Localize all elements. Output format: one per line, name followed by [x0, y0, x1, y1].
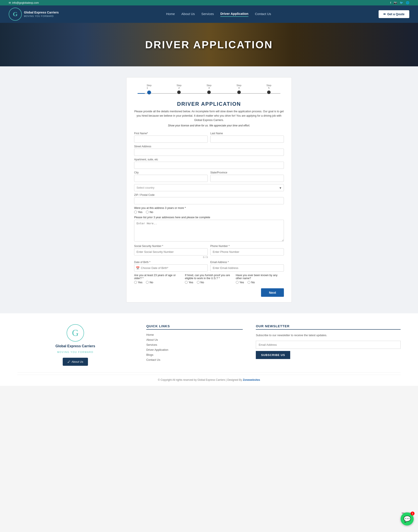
form-description: Please provide all the details mentioned… — [134, 109, 284, 122]
phone-input[interactable] — [210, 248, 284, 255]
footer-designer-link[interactable]: Zonewebsites — [243, 378, 260, 381]
dob-input[interactable] — [134, 264, 208, 272]
form-footer: Next — [134, 288, 284, 297]
dob-group: Date of Birth * 📅 — [134, 261, 208, 272]
footer-logo-circle: G — [67, 324, 84, 342]
footer-link-contact[interactable]: Contact Us — [146, 358, 243, 362]
step-4-number: 4 — [236, 87, 242, 89]
step-5-number: 5 — [267, 87, 271, 89]
top-bar-social: f 📷 🐦 🌐 — [390, 1, 409, 4]
street-label: Street Address — [134, 145, 284, 148]
newsletter-email-input[interactable] — [256, 341, 401, 349]
footer-about-button[interactable]: 🖊 About Us — [63, 358, 88, 366]
top-bar-email: ✉ info@goglobalexp.com — [9, 1, 39, 4]
age-no-radio[interactable] — [146, 281, 149, 284]
first-name-input[interactable] — [134, 136, 208, 143]
other-name-radio-group: Yes No — [236, 281, 284, 284]
get-quote-button[interactable]: ✏ Get a Qoute — [379, 10, 409, 18]
step-3-label: Step — [207, 84, 212, 87]
address-yes-label[interactable]: Yes — [134, 210, 142, 214]
street-input[interactable] — [134, 149, 284, 156]
twitter-icon[interactable]: 🐦 — [400, 1, 403, 4]
footer-logo-letter: G — [72, 328, 79, 338]
footer-about-label: About Us — [72, 360, 83, 363]
country-group: Select country United States Canada Mexi… — [134, 184, 284, 191]
phone-group: Phone Number * — [210, 245, 284, 259]
address-3yr-radio-group: Yes No — [134, 210, 284, 214]
footer-links-col: QUICK LINKS Home About Us Services Drive… — [146, 324, 243, 366]
proof-question-col: If hired, can you furnish proof you are … — [185, 274, 233, 284]
state-input[interactable] — [210, 175, 284, 182]
footer-company-name: Global Express Carriers — [17, 344, 133, 348]
country-select[interactable]: Select country United States Canada Mexi… — [134, 184, 284, 191]
age-yes-label[interactable]: Yes — [134, 281, 142, 284]
logo-circle: G — [9, 8, 22, 21]
dob-label: Date of Birth * — [134, 261, 208, 264]
nav-services[interactable]: Services — [201, 12, 214, 17]
proof-no-label[interactable]: No — [197, 281, 204, 284]
other-name-no-label[interactable]: No — [247, 281, 255, 284]
top-bar: ✉ info@goglobalexp.com f 📷 🐦 🌐 — [0, 0, 418, 5]
address-no-label[interactable]: No — [146, 210, 153, 214]
apt-group: Apartment, suite, etc — [134, 158, 284, 169]
proof-yes-radio[interactable] — [185, 281, 188, 284]
proof-no-text: No — [200, 281, 204, 284]
address-no-radio[interactable] — [146, 211, 149, 214]
last-name-input[interactable] — [210, 136, 284, 143]
footer-link-driver[interactable]: Driver Application — [146, 348, 243, 351]
email-input[interactable] — [210, 264, 284, 272]
age-no-text: No — [150, 281, 153, 284]
step-1-label: Step — [147, 84, 151, 87]
city-group: City — [134, 171, 208, 182]
logo-letter: G — [13, 11, 18, 18]
header: G Global Express Carriers MOVING YOU FOR… — [0, 5, 418, 23]
age-question-col: Are you at least 23 years of age or olde… — [134, 274, 182, 284]
nav-about[interactable]: About Us — [181, 12, 195, 17]
footer-link-about[interactable]: About Us — [146, 338, 243, 341]
proof-no-radio[interactable] — [197, 281, 200, 284]
nav-home[interactable]: Home — [166, 12, 175, 17]
instagram-icon[interactable]: 📷 — [394, 1, 397, 4]
prior-addresses-textarea[interactable] — [134, 220, 284, 241]
about-icon: 🖊 — [68, 360, 70, 363]
address-yes-radio[interactable] — [134, 211, 137, 214]
address-3yr-section: Were you at this address 3 years or more… — [134, 206, 284, 214]
apt-input[interactable] — [134, 162, 284, 169]
step-3-circle — [207, 91, 211, 94]
footer-newsletter-desc: Subscribe to our newsletter to receive t… — [256, 333, 401, 338]
subscribe-button[interactable]: SUBSCRIBE US — [256, 351, 290, 359]
other-name-no-radio[interactable] — [247, 281, 250, 284]
step-4: Step 4 — [224, 84, 254, 94]
other-name-yes-label[interactable]: Yes — [236, 281, 244, 284]
age-yes-text: Yes — [138, 281, 142, 284]
stepper: Step 1 Step 2 Step 3 — [134, 84, 284, 94]
nav-contact[interactable]: Contact Us — [255, 12, 271, 17]
age-no-label[interactable]: No — [146, 281, 153, 284]
zip-input[interactable] — [134, 197, 284, 204]
footer-links-title: QUICK LINKS — [146, 324, 243, 330]
step-2: Step 2 — [164, 84, 194, 94]
logo-area: G Global Express Carriers MOVING YOU FOR… — [9, 8, 59, 21]
footer-link-blogs[interactable]: Blogs — [146, 353, 243, 356]
step-5: Step 5 — [254, 84, 284, 94]
form-card: Step 1 Step 2 Step 3 — [126, 77, 292, 303]
next-button[interactable]: Next — [261, 288, 284, 297]
ssn-input[interactable] — [134, 248, 208, 255]
phone-label: Phone Number * — [210, 245, 284, 248]
address-3yr-question: Were you at this address 3 years or more… — [134, 206, 284, 210]
proof-yes-label[interactable]: Yes — [185, 281, 193, 284]
other-name-yes-radio[interactable] — [236, 281, 239, 284]
proof-radio-group: Yes No — [185, 281, 233, 284]
globe-icon[interactable]: 🌐 — [406, 1, 409, 4]
city-input[interactable] — [134, 175, 208, 182]
nav-driver-application[interactable]: Driver Application — [220, 12, 248, 17]
age-yes-radio[interactable] — [134, 281, 137, 284]
state-label: State/Province — [210, 171, 284, 174]
step-2-circle — [177, 91, 181, 94]
main-content: Step 1 Step 2 Step 3 — [0, 66, 418, 313]
ssn-group: Social Security Number * 0 / 9 — [134, 245, 208, 259]
facebook-icon[interactable]: f — [390, 1, 391, 4]
hero-title: DRIVER APPLICATION — [145, 39, 273, 51]
footer-link-home[interactable]: Home — [146, 333, 243, 336]
footer-link-services[interactable]: Services — [146, 343, 243, 346]
